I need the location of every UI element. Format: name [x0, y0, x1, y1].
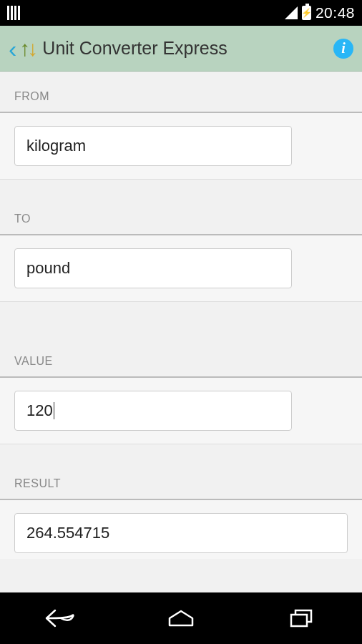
signal-icon	[285, 6, 298, 19]
nav-back-button[interactable]	[31, 604, 89, 633]
value-input[interactable]: 120	[14, 391, 292, 431]
nav-home-button[interactable]	[152, 604, 210, 633]
to-field-wrap: pound	[0, 235, 362, 302]
notification-icon	[7, 6, 20, 20]
info-icon[interactable]: i	[333, 39, 353, 59]
result-label: RESULT	[0, 466, 362, 499]
status-left	[7, 6, 20, 20]
from-value: kilogram	[26, 137, 86, 155]
back-icon[interactable]: ‹	[9, 36, 16, 61]
app-title: Unit Converter Express	[42, 38, 331, 59]
to-label: TO	[0, 201, 362, 234]
spacer	[0, 444, 362, 466]
from-label: FROM	[0, 72, 362, 112]
result-field-wrap: 264.554715	[0, 500, 362, 559]
result-text: 264.554715	[26, 524, 109, 542]
status-bar: ⚡ 20:48	[0, 0, 362, 26]
result-output: 264.554715	[14, 513, 348, 553]
nav-recent-button[interactable]	[273, 604, 331, 633]
spacer	[0, 302, 362, 343]
clock: 20:48	[315, 4, 355, 21]
value-text: 120	[26, 401, 53, 420]
to-value: pound	[26, 259, 70, 278]
to-select[interactable]: pound	[14, 248, 292, 288]
svg-rect-0	[291, 615, 307, 626]
app-logo-icon: ↑↓	[19, 38, 38, 59]
app-bar: ‹ ↑↓ Unit Converter Express i	[0, 26, 362, 72]
text-cursor	[54, 402, 54, 419]
status-right: ⚡ 20:48	[285, 4, 355, 21]
spacer	[0, 180, 362, 201]
content: FROM kilogram TO pound VALUE 120 RESULT …	[0, 72, 362, 592]
nav-bar	[0, 592, 362, 644]
battery-icon: ⚡	[302, 6, 311, 20]
value-label: VALUE	[0, 343, 362, 376]
from-select[interactable]: kilogram	[14, 126, 292, 166]
value-field-wrap: 120	[0, 378, 362, 444]
from-field-wrap: kilogram	[0, 113, 362, 180]
